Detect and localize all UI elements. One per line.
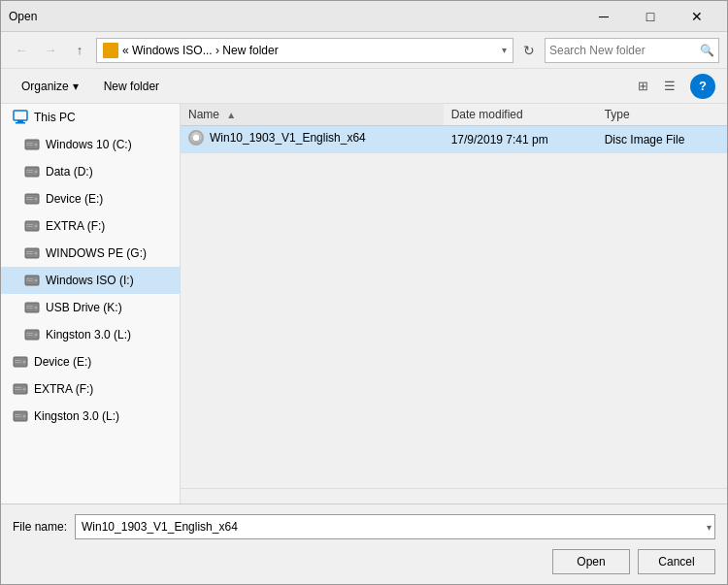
svg-rect-38 bbox=[15, 362, 21, 363]
col-date-modified[interactable]: Date modified bbox=[444, 104, 597, 126]
filename-input-wrap: ▾ bbox=[75, 514, 715, 539]
sidebar-item-this-pc[interactable]: This PC bbox=[1, 104, 180, 131]
main-area: This PCWindows 10 (C:)Data (D:)Device (E… bbox=[1, 104, 727, 504]
col-name[interactable]: Name ▲ bbox=[181, 104, 444, 126]
file-name: Win10_1903_V1_English_x64 bbox=[210, 131, 366, 145]
svg-rect-5 bbox=[26, 143, 33, 144]
svg-rect-9 bbox=[26, 170, 33, 171]
sidebar-item-kingston[interactable]: Kingston 3.0 (L:) bbox=[1, 321, 180, 348]
close-button[interactable]: ✕ bbox=[675, 5, 719, 28]
open-button[interactable]: Open bbox=[552, 549, 630, 574]
svg-rect-30 bbox=[26, 308, 33, 309]
hdd-icon bbox=[24, 191, 40, 207]
sidebar-item-kingston2[interactable]: Kingston 3.0 (L:) bbox=[1, 403, 180, 430]
svg-rect-1 bbox=[17, 120, 23, 122]
search-icon: 🔍 bbox=[700, 44, 714, 57]
svg-rect-42 bbox=[15, 389, 21, 390]
address-bar[interactable]: « Windows ISO... › New folder ▾ bbox=[96, 38, 513, 63]
table-row[interactable]: Win10_1903_V1_English_x64 17/9/2019 7:41… bbox=[181, 126, 727, 153]
organize-arrow-icon: ▾ bbox=[73, 80, 79, 93]
hdd-icon bbox=[24, 218, 40, 234]
filename-input[interactable] bbox=[75, 514, 715, 539]
address-dropdown-icon: ▾ bbox=[502, 45, 507, 55]
svg-point-24 bbox=[35, 279, 38, 282]
nav-bar: ← → ↑ « Windows ISO... › New folder ▾ ↻ … bbox=[1, 32, 727, 69]
sidebar-item-extra-f[interactable]: EXTRA (F:) bbox=[1, 212, 180, 240]
cancel-button[interactable]: Cancel bbox=[638, 549, 715, 574]
view-grid-button[interactable]: ⊞ bbox=[630, 74, 655, 99]
sidebar-item-windows-iso[interactable]: Windows ISO (I:) bbox=[1, 267, 180, 294]
svg-point-4 bbox=[35, 144, 38, 146]
sidebar-item-label: Windows 10 (C:) bbox=[46, 138, 132, 151]
sidebar-item-usb-drive[interactable]: USB Drive (K:) bbox=[1, 294, 180, 321]
up-button[interactable]: ↑ bbox=[67, 38, 92, 63]
hdd-icon bbox=[13, 381, 28, 397]
organize-label: Organize bbox=[21, 80, 69, 93]
svg-rect-33 bbox=[26, 333, 33, 334]
col-type-label: Type bbox=[605, 108, 630, 121]
monitor-icon bbox=[13, 110, 28, 125]
svg-point-36 bbox=[23, 361, 26, 364]
sidebar-item-label: Kingston 3.0 (L:) bbox=[46, 328, 131, 341]
hdd-icon bbox=[24, 164, 40, 179]
view-list-button[interactable]: ☰ bbox=[657, 74, 682, 99]
sidebar-item-label: USB Drive (K:) bbox=[46, 301, 122, 314]
svg-rect-41 bbox=[15, 387, 21, 388]
svg-point-40 bbox=[23, 388, 26, 391]
sidebar-item-label: EXTRA (F:) bbox=[34, 382, 93, 396]
svg-point-12 bbox=[35, 198, 38, 201]
sidebar-item-label: WINDOWS PE (G:) bbox=[46, 246, 147, 260]
hdd-icon bbox=[13, 354, 28, 370]
hdd-icon bbox=[13, 408, 28, 424]
hdd-icon bbox=[24, 327, 40, 342]
svg-rect-25 bbox=[26, 278, 33, 279]
hdd-icon bbox=[24, 300, 40, 315]
footer: File name: ▾ Open Cancel bbox=[1, 504, 727, 584]
sidebar-item-device-e2[interactable]: Device (E:) bbox=[1, 348, 180, 375]
horizontal-scrollbar[interactable] bbox=[181, 488, 727, 504]
svg-point-28 bbox=[35, 307, 38, 309]
sort-arrow-icon: ▲ bbox=[226, 110, 236, 120]
refresh-button[interactable]: ↻ bbox=[517, 39, 541, 62]
sidebar-item-label: Device (E:) bbox=[34, 355, 91, 369]
svg-rect-29 bbox=[26, 306, 33, 307]
new-folder-button[interactable]: New folder bbox=[95, 74, 168, 99]
organize-button[interactable]: Organize ▾ bbox=[13, 74, 87, 99]
sidebar-item-label: Device (E:) bbox=[46, 192, 103, 206]
svg-point-8 bbox=[35, 171, 38, 174]
sidebar-item-label: EXTRA (F:) bbox=[46, 219, 105, 233]
sidebar-item-windows10[interactable]: Windows 10 (C:) bbox=[1, 131, 180, 158]
hdd-icon bbox=[24, 137, 40, 152]
sidebar-item-device-e[interactable]: Device (E:) bbox=[1, 185, 180, 212]
svg-rect-22 bbox=[26, 253, 33, 254]
dialog-title: Open bbox=[9, 10, 581, 23]
folder-icon bbox=[103, 43, 118, 58]
svg-rect-26 bbox=[26, 280, 33, 281]
filename-label: File name: bbox=[13, 520, 67, 534]
svg-rect-13 bbox=[26, 197, 33, 198]
toolbar: Organize ▾ New folder ⊞ ☰ ? bbox=[1, 69, 727, 104]
svg-rect-46 bbox=[15, 416, 21, 417]
disc-icon bbox=[188, 130, 204, 146]
open-dialog: Open ─ □ ✕ ← → ↑ « Windows ISO... › New … bbox=[0, 0, 728, 585]
forward-button[interactable]: → bbox=[38, 38, 63, 63]
sidebar-item-data[interactable]: Data (D:) bbox=[1, 158, 180, 185]
minimize-button[interactable]: ─ bbox=[581, 5, 626, 28]
sidebar: This PCWindows 10 (C:)Data (D:)Device (E… bbox=[1, 104, 181, 504]
search-input[interactable] bbox=[549, 44, 700, 57]
svg-rect-37 bbox=[15, 360, 21, 361]
svg-rect-18 bbox=[26, 226, 33, 227]
file-list: Name ▲ Date modified Type bbox=[181, 104, 727, 488]
window-controls: ─ □ ✕ bbox=[581, 5, 719, 28]
sidebar-item-windows-pe[interactable]: WINDOWS PE (G:) bbox=[1, 240, 180, 267]
svg-rect-17 bbox=[26, 224, 33, 225]
back-button[interactable]: ← bbox=[9, 38, 34, 63]
maximize-button[interactable]: □ bbox=[628, 5, 673, 28]
col-name-label: Name bbox=[188, 108, 219, 121]
file-table: Name ▲ Date modified Type bbox=[181, 104, 727, 153]
file-date-cell: 17/9/2019 7:41 pm bbox=[444, 126, 597, 153]
help-button[interactable]: ? bbox=[690, 74, 715, 99]
svg-rect-45 bbox=[15, 414, 21, 415]
col-type[interactable]: Type bbox=[597, 104, 727, 126]
sidebar-item-extra-f2[interactable]: EXTRA (F:) bbox=[1, 375, 180, 403]
